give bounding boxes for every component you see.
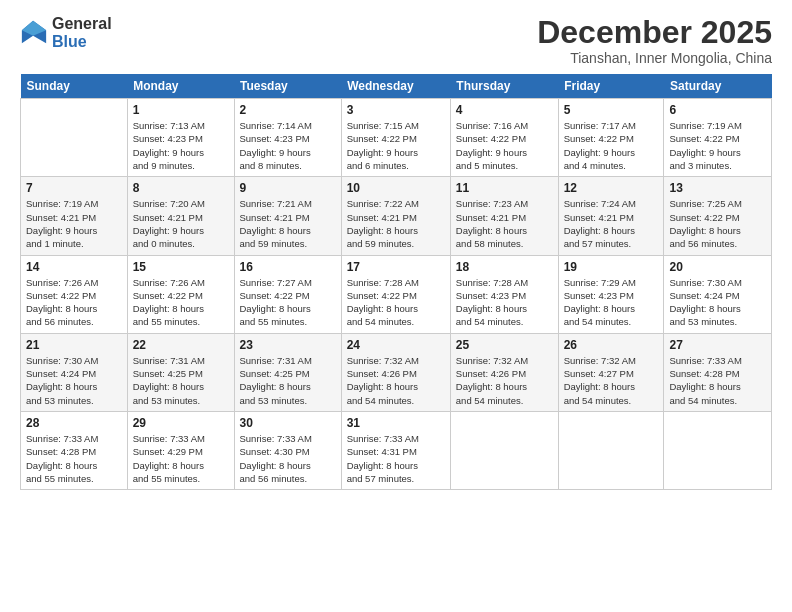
day-info: Sunrise: 7:29 AM Sunset: 4:23 PM Dayligh…	[564, 276, 659, 329]
calendar-cell: 14Sunrise: 7:26 AM Sunset: 4:22 PM Dayli…	[21, 255, 128, 333]
calendar-cell: 12Sunrise: 7:24 AM Sunset: 4:21 PM Dayli…	[558, 177, 664, 255]
day-info: Sunrise: 7:21 AM Sunset: 4:21 PM Dayligh…	[240, 197, 336, 250]
calendar-week-2: 7Sunrise: 7:19 AM Sunset: 4:21 PM Daylig…	[21, 177, 772, 255]
day-info: Sunrise: 7:14 AM Sunset: 4:23 PM Dayligh…	[240, 119, 336, 172]
calendar-header-row: Sunday Monday Tuesday Wednesday Thursday…	[21, 74, 772, 99]
day-number: 8	[133, 181, 229, 195]
day-info: Sunrise: 7:26 AM Sunset: 4:22 PM Dayligh…	[133, 276, 229, 329]
day-number: 24	[347, 338, 445, 352]
calendar-cell: 8Sunrise: 7:20 AM Sunset: 4:21 PM Daylig…	[127, 177, 234, 255]
location-subtitle: Tianshan, Inner Mongolia, China	[537, 50, 772, 66]
day-number: 12	[564, 181, 659, 195]
page-container: General Blue December 2025 Tianshan, Inn…	[0, 0, 792, 612]
day-info: Sunrise: 7:17 AM Sunset: 4:22 PM Dayligh…	[564, 119, 659, 172]
day-number: 27	[669, 338, 766, 352]
calendar-week-4: 21Sunrise: 7:30 AM Sunset: 4:24 PM Dayli…	[21, 333, 772, 411]
calendar-cell: 16Sunrise: 7:27 AM Sunset: 4:22 PM Dayli…	[234, 255, 341, 333]
calendar-cell: 10Sunrise: 7:22 AM Sunset: 4:21 PM Dayli…	[341, 177, 450, 255]
day-number: 6	[669, 103, 766, 117]
calendar-week-3: 14Sunrise: 7:26 AM Sunset: 4:22 PM Dayli…	[21, 255, 772, 333]
day-info: Sunrise: 7:31 AM Sunset: 4:25 PM Dayligh…	[133, 354, 229, 407]
calendar-cell	[450, 411, 558, 489]
day-number: 25	[456, 338, 553, 352]
day-number: 2	[240, 103, 336, 117]
calendar-cell: 6Sunrise: 7:19 AM Sunset: 4:22 PM Daylig…	[664, 99, 772, 177]
col-tuesday: Tuesday	[234, 74, 341, 99]
calendar-cell: 20Sunrise: 7:30 AM Sunset: 4:24 PM Dayli…	[664, 255, 772, 333]
calendar-cell: 15Sunrise: 7:26 AM Sunset: 4:22 PM Dayli…	[127, 255, 234, 333]
day-number: 16	[240, 260, 336, 274]
calendar-cell: 21Sunrise: 7:30 AM Sunset: 4:24 PM Dayli…	[21, 333, 128, 411]
day-number: 15	[133, 260, 229, 274]
day-info: Sunrise: 7:30 AM Sunset: 4:24 PM Dayligh…	[669, 276, 766, 329]
calendar-cell: 26Sunrise: 7:32 AM Sunset: 4:27 PM Dayli…	[558, 333, 664, 411]
calendar-cell: 29Sunrise: 7:33 AM Sunset: 4:29 PM Dayli…	[127, 411, 234, 489]
day-number: 22	[133, 338, 229, 352]
col-friday: Friday	[558, 74, 664, 99]
calendar-cell: 28Sunrise: 7:33 AM Sunset: 4:28 PM Dayli…	[21, 411, 128, 489]
calendar-cell: 24Sunrise: 7:32 AM Sunset: 4:26 PM Dayli…	[341, 333, 450, 411]
calendar-cell: 31Sunrise: 7:33 AM Sunset: 4:31 PM Dayli…	[341, 411, 450, 489]
calendar-cell: 18Sunrise: 7:28 AM Sunset: 4:23 PM Dayli…	[450, 255, 558, 333]
day-info: Sunrise: 7:32 AM Sunset: 4:26 PM Dayligh…	[347, 354, 445, 407]
day-number: 11	[456, 181, 553, 195]
calendar-cell: 27Sunrise: 7:33 AM Sunset: 4:28 PM Dayli…	[664, 333, 772, 411]
day-number: 13	[669, 181, 766, 195]
calendar-cell	[664, 411, 772, 489]
day-number: 20	[669, 260, 766, 274]
day-info: Sunrise: 7:33 AM Sunset: 4:29 PM Dayligh…	[133, 432, 229, 485]
day-number: 1	[133, 103, 229, 117]
day-number: 10	[347, 181, 445, 195]
day-info: Sunrise: 7:19 AM Sunset: 4:21 PM Dayligh…	[26, 197, 122, 250]
day-info: Sunrise: 7:19 AM Sunset: 4:22 PM Dayligh…	[669, 119, 766, 172]
day-number: 26	[564, 338, 659, 352]
day-number: 7	[26, 181, 122, 195]
logo-text: General Blue	[52, 15, 112, 51]
day-info: Sunrise: 7:13 AM Sunset: 4:23 PM Dayligh…	[133, 119, 229, 172]
day-info: Sunrise: 7:22 AM Sunset: 4:21 PM Dayligh…	[347, 197, 445, 250]
col-thursday: Thursday	[450, 74, 558, 99]
title-block: December 2025 Tianshan, Inner Mongolia, …	[537, 15, 772, 66]
calendar-cell: 25Sunrise: 7:32 AM Sunset: 4:26 PM Dayli…	[450, 333, 558, 411]
day-info: Sunrise: 7:26 AM Sunset: 4:22 PM Dayligh…	[26, 276, 122, 329]
day-info: Sunrise: 7:33 AM Sunset: 4:28 PM Dayligh…	[669, 354, 766, 407]
day-number: 23	[240, 338, 336, 352]
day-info: Sunrise: 7:30 AM Sunset: 4:24 PM Dayligh…	[26, 354, 122, 407]
calendar-cell: 4Sunrise: 7:16 AM Sunset: 4:22 PM Daylig…	[450, 99, 558, 177]
day-info: Sunrise: 7:28 AM Sunset: 4:23 PM Dayligh…	[456, 276, 553, 329]
calendar-cell: 19Sunrise: 7:29 AM Sunset: 4:23 PM Dayli…	[558, 255, 664, 333]
day-info: Sunrise: 7:20 AM Sunset: 4:21 PM Dayligh…	[133, 197, 229, 250]
day-number: 9	[240, 181, 336, 195]
day-info: Sunrise: 7:25 AM Sunset: 4:22 PM Dayligh…	[669, 197, 766, 250]
day-number: 4	[456, 103, 553, 117]
day-info: Sunrise: 7:32 AM Sunset: 4:27 PM Dayligh…	[564, 354, 659, 407]
day-number: 3	[347, 103, 445, 117]
day-info: Sunrise: 7:24 AM Sunset: 4:21 PM Dayligh…	[564, 197, 659, 250]
day-info: Sunrise: 7:33 AM Sunset: 4:31 PM Dayligh…	[347, 432, 445, 485]
day-number: 18	[456, 260, 553, 274]
day-number: 19	[564, 260, 659, 274]
col-monday: Monday	[127, 74, 234, 99]
day-info: Sunrise: 7:33 AM Sunset: 4:30 PM Dayligh…	[240, 432, 336, 485]
day-info: Sunrise: 7:16 AM Sunset: 4:22 PM Dayligh…	[456, 119, 553, 172]
day-info: Sunrise: 7:31 AM Sunset: 4:25 PM Dayligh…	[240, 354, 336, 407]
calendar-cell: 9Sunrise: 7:21 AM Sunset: 4:21 PM Daylig…	[234, 177, 341, 255]
calendar-cell: 5Sunrise: 7:17 AM Sunset: 4:22 PM Daylig…	[558, 99, 664, 177]
day-info: Sunrise: 7:32 AM Sunset: 4:26 PM Dayligh…	[456, 354, 553, 407]
calendar-cell	[21, 99, 128, 177]
day-info: Sunrise: 7:33 AM Sunset: 4:28 PM Dayligh…	[26, 432, 122, 485]
day-number: 31	[347, 416, 445, 430]
header: General Blue December 2025 Tianshan, Inn…	[20, 15, 772, 66]
day-number: 30	[240, 416, 336, 430]
calendar-cell: 2Sunrise: 7:14 AM Sunset: 4:23 PM Daylig…	[234, 99, 341, 177]
day-info: Sunrise: 7:27 AM Sunset: 4:22 PM Dayligh…	[240, 276, 336, 329]
calendar-body: 1Sunrise: 7:13 AM Sunset: 4:23 PM Daylig…	[21, 99, 772, 490]
calendar-cell	[558, 411, 664, 489]
calendar-cell: 11Sunrise: 7:23 AM Sunset: 4:21 PM Dayli…	[450, 177, 558, 255]
logo: General Blue	[20, 15, 112, 51]
month-title: December 2025	[537, 15, 772, 50]
day-number: 29	[133, 416, 229, 430]
day-number: 5	[564, 103, 659, 117]
col-wednesday: Wednesday	[341, 74, 450, 99]
calendar-cell: 23Sunrise: 7:31 AM Sunset: 4:25 PM Dayli…	[234, 333, 341, 411]
